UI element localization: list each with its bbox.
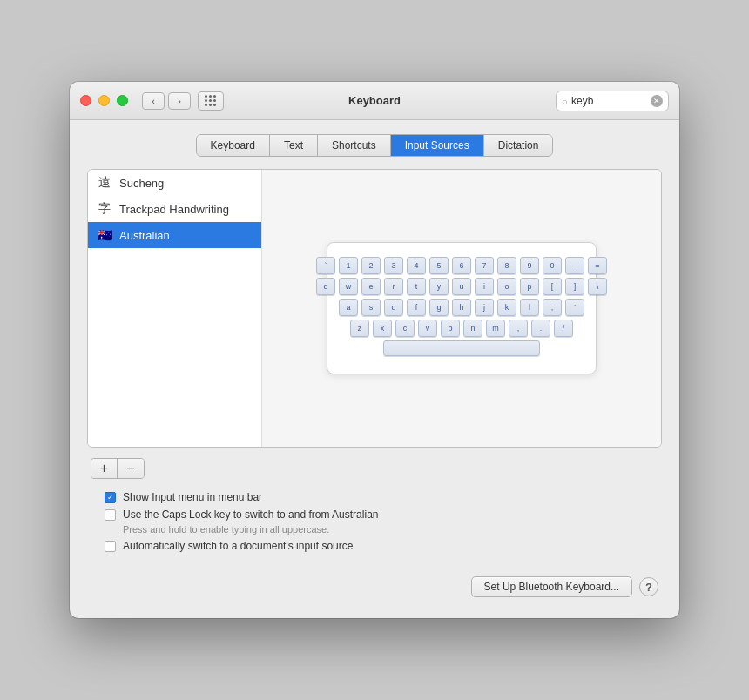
- add-input-source-button[interactable]: +: [91, 459, 118, 478]
- input-source-sidebar: 遠 Sucheng 字 Trackpad Handwriting 🇦🇺 Aust…: [88, 170, 262, 447]
- key-lbracket: [: [543, 278, 562, 295]
- keyboard-row-3: a s d f g h j k l ; ': [340, 299, 584, 316]
- caps-lock-row: Use the Caps Lock key to switch to and f…: [105, 508, 644, 521]
- key-s: s: [361, 299, 381, 316]
- sidebar-item-australian[interactable]: 🇦🇺 Australian: [88, 222, 261, 248]
- key-0: 0: [543, 257, 562, 274]
- tab-shortcuts[interactable]: Shortcuts: [318, 135, 391, 156]
- key-equals: =: [588, 257, 607, 274]
- sidebar-item-trackpad-handwriting[interactable]: 字 Trackpad Handwriting: [88, 196, 261, 222]
- auto-switch-checkbox[interactable]: [105, 541, 116, 552]
- search-box[interactable]: ⌕ ✕: [556, 91, 669, 111]
- key-k: k: [497, 299, 516, 316]
- back-button[interactable]: ‹: [142, 92, 165, 110]
- key-l: l: [520, 299, 539, 316]
- titlebar: ‹ › Keyboard ⌕ ✕: [70, 82, 679, 120]
- keyboard-row-2: q w e r t y u i o p [ ] \: [340, 278, 584, 295]
- controls-row: + −: [87, 448, 662, 482]
- remove-input-source-button[interactable]: −: [118, 459, 144, 478]
- key-backtick: `: [316, 257, 335, 274]
- key-9: 9: [520, 257, 539, 274]
- caps-lock-checkbox[interactable]: [105, 509, 116, 521]
- key-8: 8: [497, 257, 516, 274]
- key-space: [383, 340, 540, 356]
- sidebar-item-sucheng[interactable]: 遠 Sucheng: [88, 170, 261, 196]
- clear-icon: ✕: [653, 97, 660, 105]
- setup-bluetooth-keyboard-button[interactable]: Set Up Bluetooth Keyboard...: [471, 576, 632, 597]
- key-t: t: [407, 278, 426, 295]
- key-1: 1: [339, 257, 358, 274]
- key-q: q: [316, 278, 335, 295]
- keyboard-row-4: z x c v b n m , . /: [340, 320, 584, 337]
- tab-keyboard[interactable]: Keyboard: [197, 135, 270, 156]
- search-clear-button[interactable]: ✕: [651, 95, 663, 107]
- key-5: 5: [429, 257, 449, 274]
- key-3: 3: [384, 257, 403, 274]
- grid-button[interactable]: [198, 91, 224, 111]
- minimize-button[interactable]: [98, 95, 110, 106]
- key-slash: /: [554, 320, 573, 337]
- window-title: Keyboard: [348, 94, 401, 107]
- back-icon: ‹: [152, 96, 155, 106]
- close-button[interactable]: [80, 95, 91, 106]
- key-rbracket: ]: [565, 278, 584, 295]
- traffic-lights: [80, 95, 128, 106]
- auto-switch-label: Automatically switch to a document's inp…: [123, 540, 353, 552]
- sucheng-icon: 遠: [97, 175, 112, 191]
- main-panel: 遠 Sucheng 字 Trackpad Handwriting 🇦🇺 Aust…: [87, 169, 662, 448]
- help-button[interactable]: ?: [639, 577, 658, 596]
- key-quote: ': [565, 299, 584, 316]
- key-y: y: [429, 278, 449, 295]
- key-p: p: [520, 278, 539, 295]
- key-x: x: [373, 320, 392, 337]
- key-period: .: [531, 320, 550, 337]
- key-f: f: [407, 299, 426, 316]
- key-h: h: [452, 299, 471, 316]
- key-backslash: \: [588, 278, 607, 295]
- key-7: 7: [475, 257, 494, 274]
- key-m: m: [486, 320, 505, 337]
- checkmark-icon: ✓: [107, 494, 114, 501]
- australian-flag-icon: 🇦🇺: [97, 227, 112, 243]
- key-4: 4: [407, 257, 426, 274]
- key-z: z: [350, 320, 369, 337]
- key-w: w: [339, 278, 358, 295]
- sucheng-label: Sucheng: [119, 177, 164, 190]
- tab-input-sources[interactable]: Input Sources: [391, 135, 484, 156]
- keyboard-row-1: ` 1 2 3 4 5 6 7 8 9 0 - =: [340, 257, 584, 274]
- search-input[interactable]: [571, 95, 641, 107]
- keyboard-detail-panel: ` 1 2 3 4 5 6 7 8 9 0 - =: [262, 170, 661, 447]
- tab-dictation[interactable]: Dictation: [484, 135, 553, 156]
- key-g: g: [429, 299, 449, 316]
- auto-switch-row: Automatically switch to a document's inp…: [105, 540, 644, 552]
- key-2: 2: [361, 257, 381, 274]
- key-u: u: [452, 278, 471, 295]
- australian-label: Australian: [119, 229, 170, 242]
- show-input-menu-checkbox[interactable]: ✓: [105, 492, 116, 503]
- options-checkboxes: ✓ Show Input menu in menu bar Use the Ca…: [87, 482, 662, 566]
- key-d: d: [384, 299, 403, 316]
- caps-lock-label: Use the Caps Lock key to switch to and f…: [123, 508, 378, 521]
- key-comma: ,: [509, 320, 528, 337]
- search-icon: ⌕: [562, 96, 568, 106]
- key-j: j: [475, 299, 494, 316]
- key-semicolon: ;: [543, 299, 562, 316]
- key-c: c: [395, 320, 415, 337]
- trackpad-icon: 字: [97, 201, 112, 217]
- keyboard-row-space: [340, 340, 584, 356]
- bottom-row: Set Up Bluetooth Keyboard... ?: [87, 566, 662, 601]
- keyboard-preferences-window: ‹ › Keyboard ⌕ ✕ Keyboard Text: [70, 82, 679, 618]
- trackpad-label: Trackpad Handwriting: [119, 203, 229, 216]
- maximize-button[interactable]: [117, 95, 128, 106]
- nav-buttons: ‹ ›: [142, 92, 191, 110]
- forward-icon: ›: [178, 96, 181, 106]
- tab-text[interactable]: Text: [270, 135, 318, 156]
- forward-button[interactable]: ›: [168, 92, 191, 110]
- key-i: i: [475, 278, 494, 295]
- show-input-menu-row: ✓ Show Input menu in menu bar: [105, 491, 644, 503]
- key-v: v: [418, 320, 437, 337]
- keyboard-preview: ` 1 2 3 4 5 6 7 8 9 0 - =: [327, 242, 597, 374]
- key-e: e: [361, 278, 381, 295]
- key-n: n: [463, 320, 482, 337]
- caps-lock-hint: Press and hold to enable typing in all u…: [123, 524, 644, 535]
